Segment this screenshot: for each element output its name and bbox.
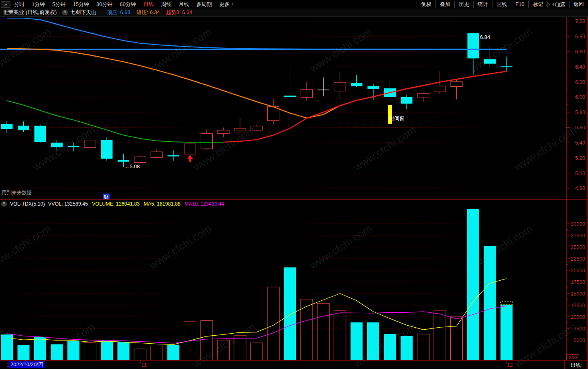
- svg-text:27500: 27500: [571, 232, 585, 239]
- indicator-顶压: 顶压: 6.63: [107, 9, 130, 16]
- volume-dropdown-icon[interactable]: ˅: [1, 201, 7, 207]
- svg-text:25000: 25000: [571, 244, 585, 250]
- menu-item-分时[interactable]: 分时: [10, 1, 28, 8]
- menu-item-15分钟[interactable]: 15分钟: [69, 1, 92, 8]
- menu-item-周线[interactable]: 周线: [157, 1, 175, 8]
- stock-info-bar: 世荣兆业 (日线,前复权) ˅ 七剑下天山 顶压: 6.63短压: 6.34趋势…: [0, 8, 588, 16]
- indicator-短压: 短压: 6.34: [136, 9, 160, 16]
- svg-text:30000: 30000: [571, 221, 585, 227]
- svg-text:财: 财: [104, 194, 109, 200]
- svg-text:5.00: 5.00: [575, 170, 585, 176]
- svg-text:X10: X10: [569, 355, 577, 360]
- month-label-11: 11: [141, 362, 147, 368]
- tool-button-历史[interactable]: 历史: [454, 1, 473, 8]
- tool-button-标记[interactable]: 标记: [528, 1, 547, 8]
- vol-field-VVOL: VVOL: 132589.45: [48, 201, 88, 207]
- menu-item-5分钟[interactable]: 5分钟: [49, 1, 69, 8]
- price-ma-lines: [0, 18, 507, 142]
- tool-button-画线[interactable]: 画线: [492, 1, 511, 8]
- menu-item-多周期[interactable]: 多周期: [193, 1, 216, 8]
- svg-text:4.80: 4.80: [575, 185, 585, 191]
- svg-text:6.60: 6.60: [575, 49, 585, 55]
- svg-text:←5.08: ←5.08: [124, 163, 140, 169]
- svg-text:20000: 20000: [571, 267, 585, 273]
- svg-text:10000: 10000: [571, 314, 585, 320]
- svg-text:6.80: 6.80: [575, 33, 585, 39]
- vol-field-MA10: MA10: 123430.44: [185, 201, 224, 207]
- svg-text:←6.84: ←6.84: [475, 34, 490, 40]
- month-label-12: 12: [507, 362, 513, 368]
- tool-button-F10[interactable]: F10: [511, 1, 528, 7]
- svg-text:22500: 22500: [571, 256, 585, 262]
- menu-item-60分钟[interactable]: 60分钟: [116, 1, 139, 8]
- strategy-dropdown-icon[interactable]: ˅: [62, 10, 68, 15]
- volume-bars-layer: [1, 209, 513, 360]
- indicator-趋势3: 趋势3: 6.34: [166, 9, 192, 16]
- annotations-layer: ←5.08←6.84时间窗用到未来数据财: [2, 34, 513, 305]
- svg-text:6.00: 6.00: [575, 94, 585, 100]
- vol-field-VOLUME: VOLUME: 126041.83: [92, 201, 140, 207]
- period-menu-items: 分时1分钟5分钟15分钟30分钟60分钟日线周线月线多周期更多 〉: [10, 1, 240, 8]
- svg-text:5.20: 5.20: [575, 155, 585, 161]
- volume-ma-lines: [7, 279, 507, 345]
- period-status-label[interactable]: 日线: [570, 362, 581, 369]
- selected-date-cell: 2022/10/20/四: [9, 361, 45, 368]
- volume-indicator-values: VVOL: 132589.45VOLUME: 126041.83MA5: 181…: [48, 201, 224, 207]
- svg-text:5.60: 5.60: [575, 124, 585, 130]
- svg-text:15000: 15000: [571, 291, 585, 297]
- tool-button-统计[interactable]: 统计: [473, 1, 492, 8]
- svg-text:5.40: 5.40: [575, 140, 585, 146]
- app-window: 7.006.806.606.406.206.005.805.605.405.20…: [0, 0, 588, 369]
- indicator-values: 顶压: 6.63短压: 6.34趋势3: 6.34: [107, 9, 192, 16]
- menu-item-1分钟[interactable]: 1分钟: [28, 1, 49, 8]
- price-grid: 7.006.806.606.406.206.005.805.605.405.20…: [0, 18, 585, 196]
- menu-item-更多 〉[interactable]: 更多 〉: [216, 1, 240, 8]
- time-axis-bar: 2 2022/10/20/四 1112 日线: [0, 361, 588, 369]
- chart-corner-icons[interactable]: ◇ ◧: [546, 1, 566, 7]
- strategy-name: 七剑下天山: [70, 9, 96, 16]
- svg-text:7.00: 7.00: [575, 18, 585, 24]
- menu-item-月线[interactable]: 月线: [175, 1, 193, 8]
- svg-text:17500: 17500: [571, 279, 585, 285]
- vol-field-MA5: MA5: 181981.88: [144, 201, 181, 207]
- panel-toggle-icon[interactable]: »: [1, 1, 10, 8]
- tool-button-复权[interactable]: 复权: [417, 1, 435, 8]
- svg-text:6.20: 6.20: [575, 79, 585, 85]
- svg-text:时间窗: 时间窗: [389, 116, 405, 121]
- volume-indicator-name: VOL-TDX(5,10): [10, 201, 45, 207]
- svg-text:5000: 5000: [574, 337, 585, 343]
- tool-button-叠加[interactable]: 叠加: [435, 1, 454, 8]
- svg-text:6.40: 6.40: [575, 64, 585, 70]
- period-menu-bar: » 分时1分钟5分钟15分钟30分钟60分钟日线周线月线多周期更多 〉 复权叠加…: [0, 0, 588, 8]
- svg-text:12500: 12500: [571, 302, 585, 308]
- svg-text:7500: 7500: [574, 326, 585, 332]
- svg-text:5.80: 5.80: [575, 109, 585, 115]
- menu-item-30分钟[interactable]: 30分钟: [93, 1, 116, 8]
- menu-item-日线[interactable]: 日线: [140, 1, 157, 8]
- svg-text:用到未来数据: 用到未来数据: [2, 190, 32, 196]
- chart-mode-label: (日线,前复权): [26, 9, 57, 16]
- chart-canvas[interactable]: 7.006.806.606.406.206.005.805.605.405.20…: [0, 0, 588, 369]
- stock-name: 世荣兆业: [3, 9, 24, 16]
- tool-button-返回[interactable]: 返回: [569, 1, 588, 8]
- volume-indicator-header: ˅ VOL-TDX(5,10) VVOL: 132589.45VOLUME: 1…: [1, 200, 224, 207]
